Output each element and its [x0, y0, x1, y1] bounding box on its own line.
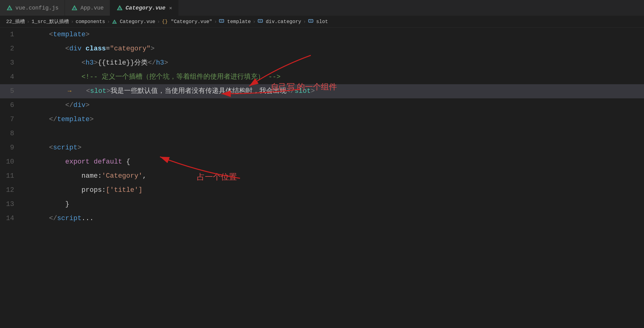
line-content-14: </script... — [22, 197, 644, 240]
tab-name: vue.config.js — [15, 5, 58, 11]
vue-icon — [116, 5, 123, 11]
line-number-11: 11 — [0, 169, 22, 183]
line-number-13: 13 — [0, 197, 22, 211]
line-number-4: 4 — [0, 70, 22, 84]
line-number-7: 7 — [0, 113, 22, 127]
token: </ — [49, 116, 57, 123]
token: template — [57, 116, 90, 123]
line-number-2: 2 — [0, 42, 22, 56]
token: </ — [49, 215, 57, 222]
code-editor: 1 <template> 2 <div class="category"> 3 … — [0, 28, 644, 226]
line-number-10: 10 — [0, 155, 22, 169]
line-number-12: 12 — [0, 183, 22, 197]
line-number-14: 14 — [0, 211, 22, 226]
vue-icon — [71, 5, 78, 11]
vue-icon — [6, 5, 13, 11]
token: script — [57, 215, 82, 222]
line-number-6: 6 — [0, 98, 22, 113]
line-number-9: 9 — [0, 141, 22, 155]
code-line-7: 7 </template> — [0, 113, 644, 127]
line-number-3: 3 — [0, 56, 22, 70]
tab-close-button[interactable]: ✕ — [169, 5, 172, 11]
code-line-14: 14 </script... — [0, 211, 644, 226]
token: > — [90, 116, 94, 123]
line-number-1: 1 — [0, 28, 22, 42]
line-number-8: 8 — [0, 127, 22, 141]
token: ... — [82, 215, 94, 222]
line-number-5: 5 — [0, 84, 22, 98]
tab-name-active: Category.vue — [126, 5, 166, 11]
tab-name: App.vue — [80, 5, 104, 11]
